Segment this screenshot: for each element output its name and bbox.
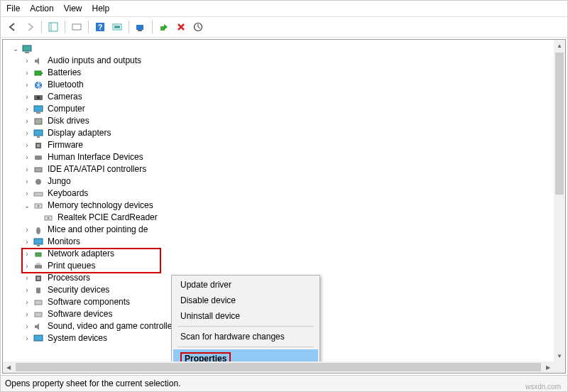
enable-device-button[interactable] (156, 19, 172, 35)
toolbar: ? (1, 17, 567, 38)
tree-item[interactable]: ›Bluetooth (6, 79, 565, 91)
camera-icon (33, 92, 44, 103)
svg-rect-26 (35, 156, 42, 160)
show-hide-tree-button[interactable] (45, 19, 61, 35)
scroll-right-icon[interactable]: ▶ (542, 361, 554, 373)
expander-icon[interactable]: ⌄ (23, 200, 31, 212)
svg-rect-27 (35, 168, 42, 172)
vertical-scrollbar[interactable]: ▲ ▼ (554, 40, 565, 373)
memory-icon (43, 212, 54, 224)
tree-item[interactable]: ›Batteries (6, 67, 565, 79)
tree-item-label: Disk drives (46, 115, 91, 127)
tree-item[interactable]: ›IDE ATA/ATAPI controllers (6, 163, 565, 175)
update-driver-button[interactable] (190, 19, 206, 35)
expander-icon[interactable]: › (23, 91, 31, 103)
tree-item-label: Cameras (46, 91, 84, 103)
tree-item[interactable]: ›Audio inputs and outputs (6, 55, 565, 67)
tree-item[interactable]: ›Network adapters (6, 248, 565, 260)
tree-item-label: Network adapters (46, 248, 116, 260)
ctx-update-driver[interactable]: Update driver (173, 277, 318, 293)
toolbar-btn-2[interactable] (109, 19, 125, 35)
expander-icon[interactable]: › (23, 308, 31, 320)
expander-icon[interactable]: › (23, 139, 31, 151)
menu-help[interactable]: Help (92, 4, 110, 13)
tree-item[interactable]: ›Firmware (6, 139, 565, 151)
svg-rect-39 (36, 263, 40, 265)
tree-item[interactable]: ›Disk drives (6, 115, 565, 127)
tree-item-label: Display adapters (46, 127, 112, 139)
tree-item[interactable]: ›Jungo (6, 175, 565, 187)
tree-item-label: Bluetooth (46, 79, 85, 91)
menu-file[interactable]: File (6, 4, 20, 13)
expander-icon[interactable]: › (23, 67, 31, 79)
svg-rect-0 (49, 23, 58, 31)
device-manager-window: File Action View Help ? ⌄ ›Audio inputs … (0, 0, 568, 392)
expander-icon[interactable]: › (23, 175, 31, 187)
expander-icon[interactable]: › (23, 260, 31, 272)
expander-icon[interactable]: ⌄ (11, 43, 20, 55)
display-icon (33, 128, 44, 139)
expander-icon[interactable]: › (23, 151, 31, 163)
ctx-separator (178, 326, 314, 327)
expander-icon[interactable]: › (23, 296, 31, 308)
tree-item[interactable]: ›Computer (6, 103, 565, 115)
expander-icon[interactable]: › (23, 320, 31, 332)
tree-item-label: Software devices (46, 308, 114, 320)
tree-item[interactable]: ›Keyboards (6, 187, 565, 200)
software-icon (33, 297, 44, 308)
tree-item-memory-tech[interactable]: ⌄Memory technology devices (6, 200, 565, 212)
menubar: File Action View Help (1, 1, 567, 17)
svg-rect-18 (34, 106, 43, 111)
expander-icon[interactable]: › (23, 55, 31, 67)
scroll-thumb[interactable] (555, 53, 564, 195)
tree-root[interactable]: ⌄ (6, 43, 565, 55)
back-button[interactable] (5, 19, 21, 35)
tree-item-realtek-cardreader[interactable]: Realtek PCIE CardReader (6, 212, 565, 224)
forward-button[interactable] (22, 19, 38, 35)
help-button[interactable]: ? (92, 19, 108, 35)
ctx-scan-hardware[interactable]: Scan for hardware changes (173, 329, 318, 344)
scroll-thumb[interactable] (16, 363, 541, 371)
expander-icon[interactable]: › (23, 224, 31, 236)
tree-item[interactable]: ›Monitors (6, 236, 565, 248)
scroll-left-icon[interactable]: ◀ (3, 361, 14, 373)
scroll-down-icon[interactable]: ▼ (554, 350, 565, 361)
tree-item[interactable]: ›Mice and other pointing de (6, 224, 565, 236)
expander-icon[interactable]: › (23, 127, 31, 139)
expander-icon[interactable]: › (23, 284, 31, 296)
tree-item[interactable]: ›Display adapters (6, 127, 565, 139)
expander-icon[interactable]: › (23, 272, 31, 284)
expander-icon[interactable]: › (23, 248, 31, 260)
tree-item[interactable]: ›Cameras (6, 91, 565, 103)
expander-icon[interactable]: › (23, 332, 31, 344)
tree-item-label: Print queues (46, 260, 97, 272)
expander-icon[interactable]: › (23, 187, 31, 200)
tree-item[interactable]: ›Human Interface Devices (6, 151, 565, 163)
ctx-disable-device[interactable]: Disable device (173, 293, 318, 308)
svg-rect-7 (136, 25, 143, 30)
watermark: wsxdn.com (525, 383, 561, 391)
toolbar-separator (65, 21, 65, 33)
horizontal-scrollbar[interactable]: ◀ ▶ (3, 361, 554, 373)
expander-icon[interactable]: › (23, 115, 31, 127)
tree-item[interactable]: ›Print queues (6, 260, 565, 272)
expander-icon[interactable]: › (23, 163, 31, 175)
battery-icon (33, 67, 44, 79)
tree-item-label: Sound, video and game controllers (46, 320, 180, 332)
menu-action[interactable]: Action (30, 4, 53, 13)
network-icon (33, 249, 44, 260)
expander-icon[interactable]: › (23, 103, 31, 115)
monitor-icon (33, 236, 44, 248)
scroll-up-icon[interactable]: ▲ (554, 40, 565, 51)
ctx-uninstall-device[interactable]: Uninstall device (173, 308, 318, 324)
toolbar-btn-1[interactable] (69, 19, 84, 35)
uninstall-device-button[interactable] (173, 19, 189, 35)
scan-hardware-button[interactable] (133, 19, 148, 35)
expander-icon[interactable]: › (23, 79, 31, 91)
menu-view[interactable]: View (64, 4, 82, 13)
expander-icon[interactable]: › (23, 236, 31, 248)
svg-rect-44 (35, 312, 42, 317)
svg-point-21 (40, 122, 41, 124)
svg-rect-14 (41, 72, 43, 74)
memory-icon (33, 200, 44, 212)
